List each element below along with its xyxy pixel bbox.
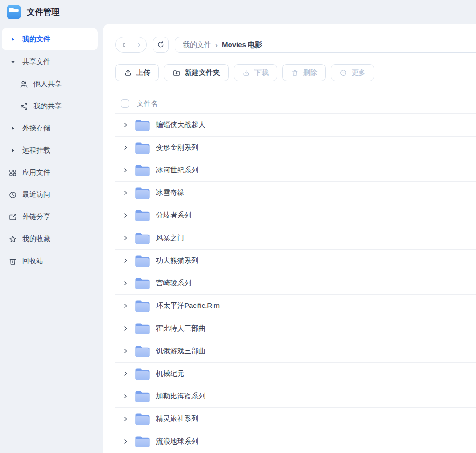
file-name: 加勒比海盗系列	[156, 392, 205, 401]
sidebar-item-label: 最近访问	[22, 190, 50, 199]
expand-chevron-icon[interactable]	[123, 393, 129, 399]
file-name: 机械纪元	[156, 369, 184, 378]
history-buttons	[115, 37, 147, 53]
chevron-left-icon	[121, 42, 127, 48]
folder-icon	[135, 367, 150, 380]
file-row[interactable]: 霍比特人三部曲	[115, 317, 476, 340]
sidebar-item-my-share[interactable]: 我的共享	[0, 95, 103, 117]
file-row[interactable]: 饥饿游戏三部曲	[115, 340, 476, 363]
file-row[interactable]: 功夫熊猫系列	[115, 250, 476, 272]
sidebar-item-remote-mount[interactable]: 远程挂载	[0, 139, 103, 162]
file-name: 分歧者系列	[156, 211, 191, 220]
sidebar-item-shared-files[interactable]: 共享文件	[0, 51, 103, 73]
file-row[interactable]: 宫崎骏系列	[115, 272, 476, 295]
sidebar-item-label: 我的共享	[33, 102, 62, 111]
file-row[interactable]: 变形金刚系列	[115, 137, 476, 159]
file-row[interactable]: 环太平洋Pacific.Rim	[115, 295, 476, 317]
expand-chevron-icon[interactable]	[123, 190, 129, 196]
breadcrumb-separator: ›	[215, 41, 218, 49]
refresh-button[interactable]	[153, 37, 169, 53]
file-row[interactable]: 风暴之门	[115, 227, 476, 250]
file-name: 蝙蝠侠大战超人	[156, 121, 205, 129]
expand-chevron-icon[interactable]	[123, 258, 129, 264]
expand-chevron-icon[interactable]	[123, 235, 129, 241]
file-name: 流浪地球系列	[156, 437, 198, 446]
upload-icon	[124, 69, 132, 77]
more-button: 更多	[331, 64, 374, 81]
folder-icon	[135, 254, 150, 267]
file-row[interactable]: 冰雪奇缘	[115, 182, 476, 204]
more-icon	[339, 69, 347, 77]
caret-right-icon	[8, 146, 17, 155]
expand-chevron-icon[interactable]	[123, 303, 129, 309]
folder-icon	[135, 435, 150, 448]
sidebar-item-external-link-share[interactable]: 外链分享	[0, 206, 103, 228]
file-row[interactable]: 流浪地球系列	[115, 430, 476, 453]
sidebar-item-my-favorites[interactable]: 我的收藏	[0, 228, 103, 250]
expand-chevron-icon[interactable]	[123, 438, 129, 445]
toolbar-button-label: 新建文件夹	[185, 68, 220, 77]
toolbar-button-label: 下载	[254, 68, 269, 77]
app-title: 文件管理	[27, 7, 60, 17]
sidebar: 我的文件 共享文件 他人共享 我的共享 外接存储 远程挂载 应用文件 最近访问 …	[0, 24, 103, 453]
folder-icon	[135, 345, 150, 357]
file-row[interactable]: 分歧者系列	[115, 204, 476, 227]
folder-icon	[135, 322, 150, 335]
people-icon	[20, 80, 28, 89]
upload-button[interactable]: 上传	[115, 64, 159, 81]
sidebar-item-label: 他人共享	[33, 80, 62, 89]
forward-button	[131, 37, 146, 52]
folder-icon	[135, 232, 150, 244]
caret-down-icon	[8, 58, 17, 66]
sidebar-item-label: 我的文件	[22, 35, 50, 44]
expand-chevron-icon[interactable]	[123, 416, 129, 422]
folder-icon	[135, 119, 150, 131]
file-row[interactable]: 加勒比海盗系列	[115, 385, 476, 408]
expand-chevron-icon[interactable]	[123, 122, 129, 128]
sidebar-item-label: 远程挂载	[22, 146, 50, 155]
sidebar-item-my-files[interactable]: 我的文件	[2, 28, 98, 50]
expand-chevron-icon[interactable]	[123, 167, 129, 173]
folder-icon	[135, 164, 150, 177]
file-row[interactable]: 精灵旅社系列	[115, 408, 476, 430]
file-name: 环太平洋Pacific.Rim	[156, 301, 220, 310]
folder-icon	[135, 186, 150, 199]
trash-icon	[8, 257, 17, 266]
file-name: 冰雪奇缘	[156, 188, 184, 197]
file-list: 蝙蝠侠大战超人 变形金刚系列 冰河世纪系列 冰雪奇缘 分歧者系列 风暴之门 功夫…	[115, 114, 476, 453]
file-row[interactable]: 蝙蝠侠大战超人	[115, 114, 476, 137]
app-header: 文件管理	[0, 0, 476, 24]
file-row[interactable]: 机械纪元	[115, 363, 476, 385]
new-folder-button[interactable]: 新建文件夹	[164, 64, 229, 81]
file-name: 精灵旅社系列	[156, 414, 198, 423]
sidebar-item-recent-access[interactable]: 最近访问	[0, 184, 103, 206]
expand-chevron-icon[interactable]	[123, 348, 129, 354]
sidebar-item-others-share[interactable]: 他人共享	[0, 73, 103, 95]
file-row[interactable]: 冰河世纪系列	[115, 159, 476, 182]
toolbar-button-label: 更多	[352, 68, 366, 77]
breadcrumb-root[interactable]: 我的文件	[183, 40, 211, 49]
breadcrumb-current: Movies 电影	[222, 40, 262, 49]
folder-icon	[135, 209, 150, 222]
back-button[interactable]	[116, 37, 131, 52]
expand-chevron-icon[interactable]	[123, 145, 129, 151]
sidebar-item-recycle-bin[interactable]: 回收站	[0, 250, 103, 272]
expand-chevron-icon[interactable]	[123, 325, 129, 332]
expand-chevron-icon[interactable]	[123, 371, 129, 377]
sidebar-item-app-files[interactable]: 应用文件	[0, 162, 103, 184]
sidebar-item-label: 共享文件	[22, 57, 50, 66]
delete-button: 删除	[282, 64, 326, 81]
chevron-right-icon	[136, 42, 142, 48]
sidebar-item-label: 应用文件	[22, 168, 50, 177]
sidebar-item-external-storage[interactable]: 外接存储	[0, 117, 103, 139]
expand-chevron-icon[interactable]	[123, 212, 129, 218]
download-button: 下载	[234, 64, 277, 81]
new-folder-icon	[172, 69, 181, 77]
file-name: 变形金刚系列	[156, 143, 198, 152]
caret-right-icon	[8, 35, 17, 43]
expand-chevron-icon[interactable]	[123, 280, 129, 286]
folder-icon	[135, 299, 150, 312]
sidebar-item-label: 回收站	[22, 257, 43, 266]
select-all-checkbox[interactable]	[121, 99, 129, 108]
breadcrumb[interactable]: 我的文件 › Movies 电影	[175, 37, 476, 53]
